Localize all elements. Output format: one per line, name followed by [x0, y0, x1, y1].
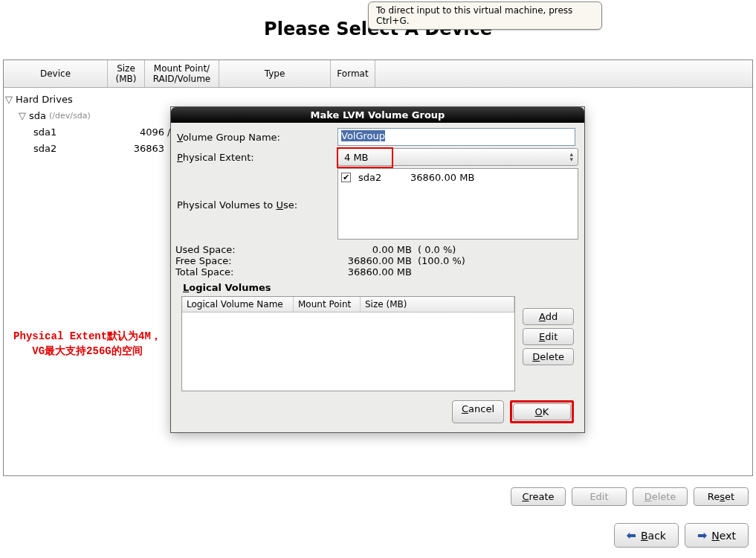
arrow-left-icon: ⬅	[627, 528, 636, 542]
col-type[interactable]: Type	[219, 60, 331, 87]
edit-button[interactable]: Edit	[523, 328, 574, 345]
delete-button[interactable]: Delete	[523, 348, 574, 365]
next-button[interactable]: ➡ Next	[685, 523, 749, 548]
pv-row-sda2[interactable]: ✔ sda2 36860.00 MB	[341, 172, 575, 183]
checkbox-icon[interactable]: ✔	[341, 173, 351, 182]
highlight-box: OK	[510, 400, 574, 423]
edit-button-main: Edit	[572, 487, 627, 506]
vg-name-label: Volume Group Name:	[175, 132, 337, 143]
lv-table-header: Logical Volume Name Mount Point Size (MB…	[182, 297, 514, 312]
reset-button[interactable]: Reset	[694, 487, 749, 506]
lv-col-mp[interactable]: Mount Point	[294, 297, 361, 312]
lv-table[interactable]: Logical Volume Name Mount Point Size (MB…	[181, 296, 515, 391]
col-device[interactable]: Device	[4, 60, 108, 87]
make-lvm-dialog: Make LVM Volume Group Volume Group Name:…	[170, 106, 585, 433]
annotation-text: Physical Extent默认为4M， VG最大支持256G的空间	[4, 330, 171, 359]
device-path: (/dev/sda)	[49, 111, 91, 121]
back-button[interactable]: ⬅ Back	[614, 523, 679, 548]
col-mountpoint[interactable]: Mount Point/ RAID/Volume	[145, 60, 219, 87]
create-button[interactable]: Create	[511, 487, 566, 506]
device-panel: Device Size (MB) Mount Point/ RAID/Volum…	[3, 60, 753, 476]
pv-list[interactable]: ✔ sda2 36860.00 MB	[337, 168, 578, 240]
ok-button[interactable]: OK	[513, 403, 571, 420]
dialog-title: Make LVM Volume Group	[171, 107, 584, 123]
cancel-button[interactable]: Cancel	[452, 400, 504, 423]
device-table-header: Device Size (MB) Mount Point/ RAID/Volum…	[4, 60, 752, 88]
expand-icon[interactable]: ▽	[5, 94, 14, 105]
tree-hard-drives[interactable]: ▽ Hard Drives	[4, 91, 752, 107]
col-format[interactable]: Format	[331, 60, 375, 87]
physical-extent-combo[interactable]: 4 MB ▴▾	[337, 148, 578, 166]
space-stats: Used Space: 0.00 MB ( 0.0 %) Free Space:…	[175, 244, 580, 278]
arrow-right-icon: ➡	[697, 528, 707, 542]
col-size[interactable]: Size (MB)	[108, 60, 145, 87]
lv-col-size[interactable]: Size (MB)	[361, 297, 514, 312]
add-button[interactable]: Add	[523, 308, 574, 325]
vg-name-input[interactable]: VolGroup	[337, 128, 575, 146]
expand-icon[interactable]: ▽	[19, 110, 28, 121]
pv-to-use-label: Physical Volumes to Use:	[175, 168, 337, 211]
main-toolbar: Create Edit Delete Reset	[511, 487, 749, 506]
wizard-nav: ⬅ Back ➡ Next	[614, 523, 749, 548]
vm-input-tooltip: To direct input to this virtual machine,…	[368, 1, 602, 30]
lv-col-name[interactable]: Logical Volume Name	[182, 297, 294, 312]
physical-extent-label: Physical Extent:	[175, 152, 337, 163]
spinner-icon[interactable]: ▴▾	[569, 152, 573, 162]
logical-volumes-header: Logical Volumes	[183, 282, 580, 293]
delete-button-main: Delete	[633, 487, 688, 506]
